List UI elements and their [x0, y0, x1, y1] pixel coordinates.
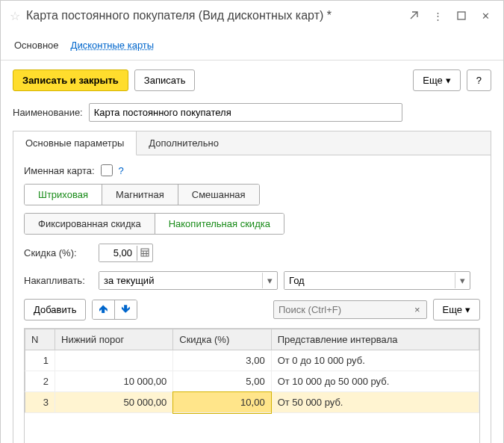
named-card-label: Именная карта:: [24, 165, 95, 176]
table-empty-area: [25, 413, 479, 443]
cell-threshold[interactable]: 10 000,00: [55, 371, 173, 392]
accumulate-label: Накапливать:: [24, 275, 93, 286]
panel-tab-params[interactable]: Основные параметры: [13, 131, 137, 155]
favorite-star-icon[interactable]: ☆: [10, 9, 20, 23]
nav-tab-main[interactable]: Основное: [14, 37, 59, 54]
cell-interval[interactable]: От 0 до 10 000 руб.: [271, 350, 479, 371]
panel-tab-extra[interactable]: Дополнительно: [137, 131, 231, 155]
table-more-label: Еще: [443, 304, 462, 315]
clear-search-button[interactable]: ×: [408, 302, 426, 317]
nav-tab-cards[interactable]: Дисконтные карты: [71, 37, 155, 54]
cardtype-barcode[interactable]: Штриховая: [25, 185, 102, 205]
cell-threshold[interactable]: 50 000,00: [55, 392, 173, 413]
cardtype-mixed[interactable]: Смешанная: [178, 185, 259, 205]
window-title: Карта постоянного покупателя (Вид дискон…: [26, 9, 399, 22]
cell-discount[interactable]: 10,00: [173, 392, 271, 413]
name-label: Наименование:: [13, 107, 83, 118]
discount-input[interactable]: [99, 244, 137, 261]
save-button[interactable]: Записать: [134, 69, 196, 91]
accumulate-period-input[interactable]: [99, 272, 262, 289]
col-interval[interactable]: Представление интервала: [271, 329, 479, 350]
col-threshold[interactable]: Нижний порог: [55, 329, 173, 350]
table-row[interactable]: 3 50 000,00 10,00 От 50 000 руб.: [25, 392, 479, 413]
add-row-button[interactable]: Добавить: [24, 299, 86, 320]
cell-n[interactable]: 1: [25, 350, 55, 371]
close-icon[interactable]: ✕: [476, 7, 494, 25]
maximize-icon[interactable]: [452, 7, 470, 25]
accumulate-unit-input[interactable]: [284, 272, 455, 289]
more-icon[interactable]: ⋮: [429, 7, 447, 25]
link-icon[interactable]: [405, 7, 423, 25]
discount-label: Скидка (%):: [24, 247, 93, 258]
chevron-down-icon: ▾: [446, 75, 451, 86]
table-row[interactable]: 2 10 000,00 5,00 От 10 000 до 50 000 руб…: [25, 371, 479, 392]
cell-n[interactable]: 2: [25, 371, 55, 392]
table-row[interactable]: 1 3,00 От 0 до 10 000 руб.: [25, 350, 479, 371]
cell-n[interactable]: 3: [25, 392, 55, 413]
calculator-icon[interactable]: [137, 246, 152, 261]
move-down-button[interactable]: 🡻: [115, 300, 137, 319]
named-card-checkbox[interactable]: [101, 164, 113, 176]
chevron-down-icon: ▾: [465, 304, 470, 315]
save-and-close-button[interactable]: Записать и закрыть: [13, 69, 128, 91]
move-up-button[interactable]: 🡹: [93, 300, 115, 319]
cardtype-magnetic[interactable]: Магнитная: [102, 185, 178, 205]
svg-rect-0: [458, 12, 465, 19]
svg-rect-1: [141, 249, 149, 256]
name-input[interactable]: [89, 103, 402, 122]
more-button-label: Еще: [423, 75, 442, 86]
discounttype-fixed[interactable]: Фиксированная скидка: [25, 214, 155, 234]
more-button[interactable]: Еще▾: [413, 69, 460, 91]
help-button[interactable]: ?: [467, 69, 491, 91]
table-more-button[interactable]: Еще▾: [433, 299, 480, 320]
cell-threshold[interactable]: [55, 350, 173, 371]
named-card-help[interactable]: ?: [119, 165, 124, 176]
col-n[interactable]: N: [25, 329, 55, 350]
accumulate-period-dropdown[interactable]: ▾: [262, 273, 277, 288]
col-discount[interactable]: Скидка (%): [173, 329, 271, 350]
cell-discount[interactable]: 5,00: [173, 371, 271, 392]
cell-discount[interactable]: 3,00: [173, 350, 271, 371]
cell-interval[interactable]: От 10 000 до 50 000 руб.: [271, 371, 479, 392]
accumulate-unit-dropdown[interactable]: ▾: [455, 273, 470, 288]
cell-interval[interactable]: От 50 000 руб.: [271, 392, 479, 413]
thresholds-table: N Нижний порог Скидка (%) Представление …: [25, 329, 479, 413]
search-input[interactable]: [274, 301, 408, 318]
discounttype-accumulative[interactable]: Накопительная скидка: [155, 214, 284, 234]
